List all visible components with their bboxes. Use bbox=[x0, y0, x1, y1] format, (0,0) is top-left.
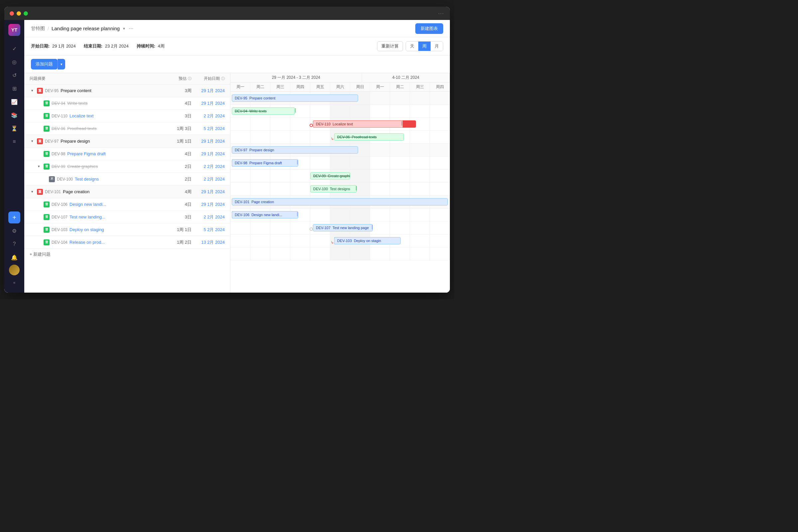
sidebar-item-grid[interactable]: ⊞ bbox=[8, 82, 20, 94]
sidebar-settings-icon[interactable]: ⚙ bbox=[8, 225, 20, 237]
expand-icon[interactable]: ▾ bbox=[36, 164, 41, 169]
expand-icon[interactable]: ▾ bbox=[30, 139, 35, 144]
gantt-bar-dev97[interactable]: DEV-97 Prepare design bbox=[232, 146, 358, 154]
sidebar-item-check[interactable]: ✓ bbox=[8, 42, 20, 55]
gantt-bar-dev100[interactable]: DEV-100 Test designs bbox=[310, 185, 357, 192]
chart-cell bbox=[270, 247, 290, 260]
bar-handle bbox=[356, 186, 357, 191]
estimate-info-icon[interactable]: ⓘ bbox=[188, 76, 191, 81]
task-name[interactable]: Prepare design bbox=[60, 139, 165, 144]
app-logo[interactable]: YT bbox=[8, 24, 20, 36]
task-startdate: 29 1月 2024 bbox=[191, 138, 225, 144]
gantt-bar-dev98[interactable]: DEV-98 Prepare Figma draft bbox=[232, 159, 298, 167]
chart-cell bbox=[390, 92, 410, 104]
task-name[interactable]: Page creation bbox=[63, 189, 165, 194]
gantt-bar-dev95[interactable]: DEV-95 Prepare content bbox=[232, 94, 358, 102]
sidebar-item-target[interactable]: ◎ bbox=[8, 56, 20, 68]
recalc-button[interactable]: 重新计算 bbox=[377, 41, 403, 51]
sidebar-collapse-button[interactable]: « bbox=[8, 277, 20, 289]
chart-cell bbox=[230, 131, 250, 143]
task-estimate: 3日 bbox=[165, 113, 191, 119]
titlebar-more-icon[interactable]: ⋯ bbox=[438, 10, 444, 17]
gantt-area: 问题摘要 预估 ⓘ 开始日期 ⓘ ▾ 重 bbox=[24, 73, 450, 292]
header-more-icon[interactable]: ··· bbox=[129, 25, 133, 32]
expand-icon[interactable]: ▾ bbox=[30, 189, 35, 194]
sidebar-help-icon[interactable]: ? bbox=[8, 238, 20, 250]
sidebar-item-history[interactable]: ↺ bbox=[8, 69, 20, 81]
expand-icon[interactable]: ▾ bbox=[30, 88, 35, 93]
chart-body: DEV-95 Prepare content bbox=[230, 92, 450, 292]
table-row: 不 DEV-100 Test designs 2日 2 2月 2024 bbox=[24, 173, 230, 186]
gantt-bar-dev94[interactable]: DEV-94 Write texts bbox=[232, 108, 295, 115]
table-row: 普 DEV-107 Test new landing... 3日 2 2月 20… bbox=[24, 211, 230, 224]
task-estimate: 4周 bbox=[165, 189, 191, 195]
close-button[interactable] bbox=[10, 11, 14, 16]
task-name[interactable]: Localize text bbox=[70, 113, 165, 118]
task-id: DEV-106 bbox=[52, 202, 68, 207]
gantt-bar-label: DEV-103 Deploy on stagin bbox=[337, 239, 381, 243]
sidebar-add-button[interactable]: + bbox=[8, 211, 20, 224]
task-name[interactable]: Deploy on staging bbox=[70, 227, 165, 232]
chart-cell bbox=[310, 208, 330, 221]
task-id: DEV-96 bbox=[52, 126, 65, 131]
titlebar: ⋯ bbox=[4, 7, 450, 20]
task-name[interactable]: Create graphics bbox=[67, 164, 165, 169]
chart-row-cells bbox=[230, 247, 450, 260]
gantt-bar-dev99[interactable]: DEV-99 Create graphics bbox=[310, 172, 350, 179]
view-month-button[interactable]: 月 bbox=[431, 41, 443, 51]
task-name[interactable]: Release on prod... bbox=[70, 240, 165, 245]
add-issue-row[interactable]: + 新建问题 bbox=[24, 249, 230, 260]
task-name[interactable]: Design new landi... bbox=[70, 202, 165, 207]
maximize-button[interactable] bbox=[24, 11, 28, 16]
chart-cell bbox=[390, 144, 410, 156]
task-estimate: 2日 bbox=[165, 176, 191, 182]
priority-badge: 重 bbox=[37, 88, 43, 94]
task-name[interactable]: Proofread texts bbox=[67, 126, 165, 131]
sidebar-item-chart[interactable]: 📈 bbox=[8, 96, 20, 108]
chart-row: DEV-100 Test designs bbox=[230, 183, 450, 195]
toolbar: 添加问题 ▾ bbox=[24, 56, 450, 73]
chart-cell bbox=[370, 183, 390, 195]
minimize-button[interactable] bbox=[17, 11, 21, 16]
gantt-bar-dev106[interactable]: DEV-106 Design new landi... bbox=[232, 211, 298, 218]
sidebar-notifications-icon[interactable]: 🔔 bbox=[8, 251, 20, 263]
chart-cell-weekend bbox=[330, 208, 350, 221]
task-startdate: 29 1月 2024 bbox=[191, 88, 225, 94]
add-issue-chevron[interactable]: ▾ bbox=[58, 59, 65, 70]
traffic-lights bbox=[10, 11, 28, 16]
sidebar-item-menu[interactable]: ≡ bbox=[8, 136, 20, 148]
gantt-bar-dev103[interactable]: DEV-103 Deploy on stagin bbox=[334, 237, 401, 244]
breadcrumb-gantt[interactable]: 甘特图 bbox=[31, 25, 45, 32]
date-bar: 开始日期: 29 1月 2024 结束日期: 23 2月 2024 持续时间: … bbox=[24, 37, 450, 56]
task-list: 问题摘要 预估 ⓘ 开始日期 ⓘ ▾ 重 bbox=[24, 73, 230, 292]
task-estimate: 4日 bbox=[165, 100, 191, 107]
sidebar-item-timer[interactable]: ⏳ bbox=[8, 122, 20, 134]
gantt-bar-dev96[interactable]: DEV-96 Proofread texts bbox=[334, 133, 404, 141]
priority-badge: 普 bbox=[43, 113, 50, 119]
chart-row: DEV-107 Test new landing page bbox=[230, 222, 450, 234]
gantt-bar-dev110[interactable]: DEV-110 Localize text bbox=[313, 120, 403, 128]
gantt-bar-dev101[interactable]: DEV-101 Page creation bbox=[232, 198, 448, 206]
chart-row: DEV-94 Write texts bbox=[230, 105, 450, 118]
priority-badge: 重 bbox=[37, 138, 43, 144]
gantt-bar-dev107[interactable]: DEV-107 Test new landing page bbox=[313, 224, 373, 231]
new-chart-button[interactable]: 新建图表 bbox=[415, 23, 443, 34]
avatar[interactable] bbox=[9, 265, 20, 275]
view-day-button[interactable]: 天 bbox=[406, 41, 418, 51]
chart-cell bbox=[390, 157, 410, 169]
sidebar-item-book[interactable]: 📚 bbox=[8, 109, 20, 121]
app-body: YT ✓ ◎ ↺ ⊞ 📈 📚 ⏳ ≡ + ⚙ ? 🔔 « bbox=[4, 20, 450, 292]
task-name[interactable]: Test new landing... bbox=[70, 214, 165, 220]
task-name[interactable]: Write texts bbox=[67, 101, 165, 106]
task-name[interactable]: Prepare Figma draft bbox=[67, 151, 165, 156]
task-id: DEV-103 bbox=[52, 227, 68, 232]
chart-cell bbox=[270, 118, 290, 130]
add-issue-button[interactable]: 添加问题 bbox=[31, 59, 58, 70]
chart-cell bbox=[250, 118, 270, 130]
task-name[interactable]: Prepare content bbox=[60, 88, 165, 93]
title-chevron-icon[interactable]: ▾ bbox=[123, 26, 125, 31]
chart-row: DEV-106 Design new landi... bbox=[230, 208, 450, 222]
view-week-button[interactable]: 周 bbox=[418, 41, 431, 51]
task-name[interactable]: Test designs bbox=[75, 176, 165, 182]
startdate-info-icon[interactable]: ⓘ bbox=[221, 76, 225, 81]
